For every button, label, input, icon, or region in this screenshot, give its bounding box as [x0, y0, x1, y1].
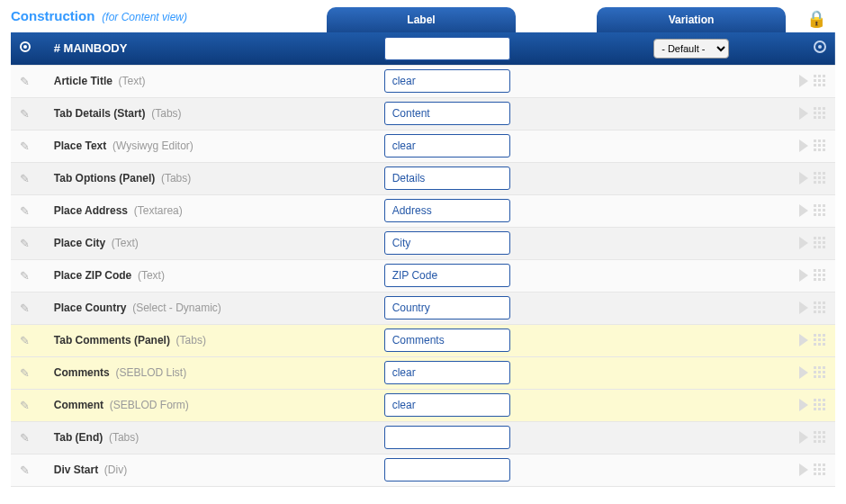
edit-icon[interactable]: ✎	[20, 334, 32, 347]
field-row: ✎Tab (End) (Tabs)	[11, 421, 835, 454]
field-label-input[interactable]	[384, 328, 510, 352]
field-name: Div Start	[54, 464, 98, 476]
edit-icon[interactable]: ✎	[20, 399, 32, 412]
field-row: ✎Article Title (Text)	[11, 65, 835, 97]
field-row: ✎Place Address (Textarea)	[11, 194, 835, 227]
drag-handle-icon[interactable]	[814, 204, 826, 217]
field-name: Comment	[54, 399, 104, 411]
edit-icon[interactable]: ✎	[20, 431, 32, 445]
tab-variation[interactable]: Variation	[597, 7, 786, 32]
field-label-input[interactable]	[384, 69, 510, 93]
field-name: Place Text	[54, 140, 106, 152]
field-name: Comments	[54, 366, 110, 379]
chevron-right-icon[interactable]	[799, 140, 808, 152]
edit-icon[interactable]: ✎	[20, 172, 32, 185]
drag-handle-icon[interactable]	[814, 464, 826, 476]
target-icon[interactable]	[814, 40, 826, 53]
drag-handle-icon[interactable]	[814, 302, 826, 314]
chevron-right-icon[interactable]	[799, 204, 808, 217]
fields-table: # MAINBODY - Default - ✎Article Title (T…	[11, 32, 835, 487]
field-type: (Text)	[119, 75, 146, 87]
edit-icon[interactable]: ✎	[20, 107, 32, 121]
field-type: (Tabs)	[151, 107, 181, 120]
drag-handle-icon[interactable]	[814, 107, 826, 120]
chevron-right-icon[interactable]	[799, 172, 808, 184]
mainbody-header-row: # MAINBODY - Default -	[11, 32, 835, 65]
field-type: (Text)	[138, 269, 165, 282]
edit-icon[interactable]: ✎	[20, 302, 32, 315]
field-row: ✎Comments (SEBLOD List)	[11, 356, 835, 389]
mainbody-label-input[interactable]	[384, 37, 510, 60]
tab-label[interactable]: Label	[327, 7, 516, 32]
field-row: ✎Place Country (Select - Dynamic)	[11, 292, 835, 324]
drag-handle-icon[interactable]	[814, 75, 826, 87]
field-label-input[interactable]	[384, 426, 510, 449]
field-row: ✎Place ZIP Code (Text)	[11, 259, 835, 292]
field-name: Place ZIP Code	[54, 269, 131, 282]
chevron-right-icon[interactable]	[799, 107, 808, 120]
field-type: (SEBLOD List)	[115, 366, 186, 379]
mainbody-radio[interactable]	[20, 41, 31, 52]
drag-handle-icon[interactable]	[814, 366, 826, 379]
drag-handle-icon[interactable]	[814, 431, 826, 444]
chevron-right-icon[interactable]	[799, 302, 808, 314]
chevron-right-icon[interactable]	[799, 237, 808, 249]
field-label-input[interactable]	[384, 134, 510, 158]
drag-handle-icon[interactable]	[814, 334, 826, 346]
field-type: (SEBLOD Form)	[110, 399, 189, 411]
chevron-right-icon[interactable]	[799, 75, 808, 87]
field-row: ✎Tab Options (Panel) (Tabs)	[11, 162, 835, 194]
field-label-input[interactable]	[384, 361, 510, 384]
chevron-right-icon[interactable]	[799, 464, 808, 476]
field-label-input[interactable]	[384, 102, 510, 125]
field-name: Article Title	[54, 75, 112, 87]
field-type: (Tabs)	[109, 431, 139, 444]
field-name: Tab (End)	[54, 431, 103, 444]
field-row: ✎Place City (Text)	[11, 227, 835, 259]
edit-icon[interactable]: ✎	[20, 204, 32, 218]
field-type: (Textarea)	[134, 204, 183, 217]
field-type: (Select - Dynamic)	[132, 302, 221, 314]
field-name: Tab Details (Start)	[54, 107, 146, 120]
edit-icon[interactable]: ✎	[20, 75, 32, 88]
field-row: ✎Tab Comments (Panel) (Tabs)	[11, 324, 835, 356]
page-subtitle: (for Content view)	[102, 11, 187, 23]
chevron-right-icon[interactable]	[799, 366, 808, 379]
chevron-right-icon[interactable]	[799, 334, 808, 346]
edit-icon[interactable]: ✎	[20, 464, 32, 477]
field-name: Place Country	[54, 302, 127, 314]
field-row: ✎Tab Details (Start) (Tabs)	[11, 97, 835, 130]
field-row: ✎Comment (SEBLOD Form)	[11, 389, 835, 421]
field-type: (Tabs)	[176, 334, 206, 346]
chevron-right-icon[interactable]	[799, 431, 808, 444]
field-label-input[interactable]	[384, 458, 510, 482]
drag-handle-icon[interactable]	[814, 399, 826, 411]
edit-icon[interactable]: ✎	[20, 269, 32, 283]
chevron-right-icon[interactable]	[799, 269, 808, 282]
drag-handle-icon[interactable]	[814, 140, 826, 152]
edit-icon[interactable]: ✎	[20, 237, 32, 250]
edit-icon[interactable]: ✎	[20, 140, 32, 153]
field-name: Place Address	[54, 204, 128, 217]
drag-handle-icon[interactable]	[814, 237, 826, 249]
drag-handle-icon[interactable]	[814, 172, 826, 184]
field-name: Tab Comments (Panel)	[54, 334, 170, 346]
chevron-right-icon[interactable]	[799, 399, 808, 411]
field-type: (Tabs)	[161, 172, 191, 184]
field-label-input[interactable]	[384, 166, 510, 190]
field-row: ✎Place Text (Wysiwyg Editor)	[11, 130, 835, 162]
field-label-input[interactable]	[384, 264, 510, 287]
field-label-input[interactable]	[384, 231, 510, 255]
drag-handle-icon[interactable]	[814, 269, 826, 282]
edit-icon[interactable]: ✎	[20, 366, 32, 380]
lock-icon[interactable]: 🔒	[806, 9, 826, 29]
field-row: ✎Div Start (Div)	[11, 454, 835, 486]
field-label-input[interactable]	[384, 393, 510, 417]
mainbody-variation-select[interactable]: - Default -	[653, 39, 729, 58]
field-label-input[interactable]	[384, 296, 510, 320]
field-name: Place City	[54, 237, 105, 249]
field-type: (Wysiwyg Editor)	[112, 140, 194, 152]
page-title: Construction	[11, 8, 94, 23]
field-name: Tab Options (Panel)	[54, 172, 155, 184]
field-label-input[interactable]	[384, 199, 510, 222]
